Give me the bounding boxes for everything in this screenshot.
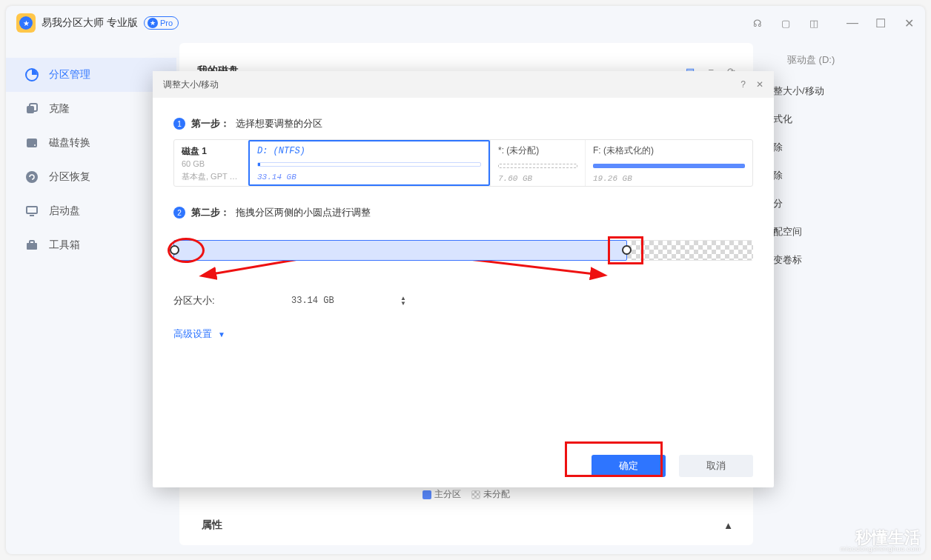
sidebar-item-recover[interactable]: 分区恢复: [6, 160, 176, 194]
cancel-button[interactable]: 取消: [679, 455, 753, 477]
step-num-2: 2: [173, 207, 185, 219]
sidebar-item-label: 启动盘: [49, 204, 80, 218]
sidebar-item-clone[interactable]: 克隆: [6, 92, 176, 126]
size-input[interactable]: [285, 290, 381, 311]
sidebar-item-label: 工具箱: [49, 239, 80, 252]
disk-info: 磁盘 1 60 GB 基本盘, GPT …: [174, 140, 248, 186]
sidebar-item-label: 克隆: [49, 102, 70, 116]
size-label: 分区大小:: [173, 294, 262, 307]
modal-title: 调整大小/移动: [163, 79, 219, 91]
sidebar-item-partition[interactable]: 分区管理: [6, 58, 176, 92]
clone-icon: [25, 102, 39, 116]
toolbox-icon: [25, 239, 39, 252]
titlebar: ★ 易我分区大师 专业版 ★Pro ☊ ▢ ◫ — ☐ ✕: [6, 6, 925, 40]
step-1: 1 第一步： 选择想要调整的分区: [173, 117, 753, 130]
svg-point-5: [26, 171, 38, 183]
ctx-split[interactable]: 拆分: [763, 190, 910, 218]
svg-rect-7: [30, 215, 34, 216]
svg-rect-9: [30, 241, 34, 244]
chevron-down-icon[interactable]: ▼: [763, 274, 910, 290]
pro-badge: ★Pro: [144, 16, 179, 30]
modal-titlebar: 调整大小/移动 ? ✕: [153, 71, 774, 98]
context-panel: 驱动盘 (D:) 调整大小/移动 格式化 删除 擦除 拆分 分配空间 改变卷标 …: [761, 43, 916, 545]
maximize-button[interactable]: ☐: [875, 17, 887, 29]
legend: 主分区 未分配: [197, 487, 735, 507]
ctx-allocate[interactable]: 分配空间: [763, 218, 910, 246]
modal-close-icon[interactable]: ✕: [756, 79, 763, 90]
drive-icon: [25, 136, 39, 150]
partition-f[interactable]: F: (未格式化的) 19.26 GB: [585, 140, 752, 186]
note-icon[interactable]: ▢: [780, 17, 792, 29]
ctx-resize[interactable]: 调整大小/移动: [763, 77, 910, 105]
svg-rect-3: [27, 139, 37, 147]
ctx-wipe[interactable]: 擦除: [763, 161, 910, 190]
sidebar-item-toolbox[interactable]: 工具箱: [6, 228, 176, 262]
monitor-icon: [25, 204, 39, 218]
svg-rect-6: [27, 207, 37, 213]
properties-bar[interactable]: 属性▴: [197, 507, 735, 532]
ok-button[interactable]: 确定: [592, 455, 666, 477]
resize-slider[interactable]: [173, 233, 753, 270]
sidebar: 分区管理 克隆 磁盘转换 分区恢复 启动盘 工具箱: [6, 40, 176, 554]
annotation-rect: [608, 236, 643, 264]
disk-row: 磁盘 1 60 GB 基本盘, GPT … D: (NTFS) 33.14 GB…: [173, 139, 753, 187]
support-icon[interactable]: ☊: [752, 17, 763, 29]
annotation-oval: [168, 238, 205, 263]
help-icon[interactable]: ?: [741, 79, 746, 90]
minimize-button[interactable]: —: [846, 17, 858, 29]
step-2: 2 第二步： 拖拽分区两侧的小圆点进行调整: [173, 206, 753, 219]
partition-unallocated[interactable]: *: (未分配) 7.60 GB: [490, 140, 585, 186]
recover-icon: [25, 170, 39, 184]
svg-point-4: [34, 144, 36, 146]
sidebar-item-bootdisk[interactable]: 启动盘: [6, 194, 176, 228]
ctx-label[interactable]: 改变卷标: [763, 246, 910, 274]
close-button[interactable]: ✕: [903, 17, 915, 29]
sidebar-item-label: 磁盘转换: [49, 136, 90, 150]
sidebar-item-label: 分区管理: [49, 68, 90, 81]
drive-label: 驱动盘 (D:): [763, 50, 910, 77]
pie-icon: [25, 68, 39, 81]
ctx-format[interactable]: 格式化: [763, 105, 910, 133]
app-title: 易我分区大师 专业版: [42, 16, 138, 30]
app-icon: ★: [16, 13, 36, 33]
sidebar-item-label: 分区恢复: [49, 170, 90, 184]
dropdown-icon[interactable]: ◫: [808, 17, 820, 29]
step-num-1: 1: [173, 118, 185, 130]
resize-modal: 调整大小/移动 ? ✕ 1 第一步： 选择想要调整的分区 磁盘 1 60 GB …: [153, 71, 774, 487]
watermark: 秒懂生活 miaodongshenghuo.com: [840, 530, 921, 553]
partition-d[interactable]: D: (NTFS) 33.14 GB: [248, 140, 490, 186]
advanced-settings-link[interactable]: 高级设置▼: [173, 327, 225, 341]
size-spinner[interactable]: ▲▼: [400, 296, 406, 306]
sidebar-item-convert[interactable]: 磁盘转换: [6, 126, 176, 160]
ctx-delete[interactable]: 删除: [763, 133, 910, 161]
